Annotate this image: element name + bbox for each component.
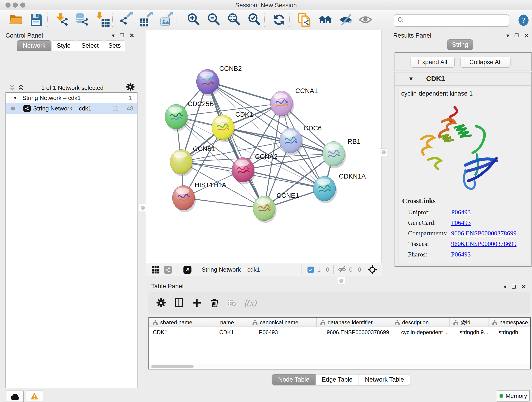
- search-box[interactable]: [394, 14, 509, 27]
- import-table-icon[interactable]: [95, 12, 110, 27]
- crosslink-value-link[interactable]: P06493: [451, 219, 471, 226]
- delete-column-icon[interactable]: [209, 298, 220, 308]
- crosslink-label: GeneCard:: [408, 219, 451, 226]
- table-cell[interactable]: 9606.ENSP00000378699: [323, 328, 391, 337]
- eye-icon[interactable]: [358, 12, 373, 27]
- tree-row-collection[interactable]: ▼ String Network – cdk1 1: [6, 93, 137, 103]
- column-header-name[interactable]: name: [209, 318, 249, 327]
- export-table-icon[interactable]: [139, 12, 154, 27]
- results-panel-float-icon[interactable]: ❒: [514, 33, 519, 39]
- network-node-CCNE1[interactable]: [253, 196, 277, 223]
- open-folder-icon[interactable]: [8, 12, 23, 27]
- network-thumbnail-icon[interactable]: [163, 265, 172, 274]
- table-panel-close-icon[interactable]: ✕: [521, 283, 526, 290]
- crosslink-value-link[interactable]: 9606.ENSP00000378699: [451, 230, 516, 237]
- show-columns-icon[interactable]: [174, 298, 184, 308]
- expand-all-button[interactable]: Expand All: [411, 57, 455, 68]
- toggle-visibility-icon[interactable]: [338, 12, 353, 27]
- zoom-fit-icon[interactable]: [227, 12, 241, 27]
- node-table[interactable]: shared name name canonical name database…: [148, 317, 531, 370]
- search-input[interactable]: [405, 17, 509, 25]
- cloud-button[interactable]: [6, 390, 24, 402]
- table-panel-menu-icon[interactable]: ▾: [504, 283, 507, 290]
- results-panel-menu-icon[interactable]: ▾: [506, 32, 509, 39]
- network-node-RB1[interactable]: [322, 141, 346, 168]
- column-header-description[interactable]: description: [391, 318, 450, 327]
- tab-sets[interactable]: Sets: [104, 40, 125, 51]
- network-tree: ▼ String Network – cdk1 1 String Network…: [6, 92, 138, 402]
- crosslink-row: Compartments: 9606.ENSP00000378699: [408, 228, 527, 239]
- vertical-splitter-handle-left[interactable]: [139, 204, 146, 211]
- grid-view-icon[interactable]: [151, 265, 160, 274]
- tree-network-label: String Network – cdk1: [33, 105, 91, 112]
- tab-edge-table[interactable]: Edge Table: [316, 374, 359, 385]
- zoom-out-icon[interactable]: [206, 12, 221, 27]
- table-options-gear-icon[interactable]: [156, 298, 166, 308]
- table-cell[interactable]: CDK1: [149, 328, 209, 337]
- crosslink-value-link[interactable]: P06493: [451, 209, 471, 216]
- network-node-CCNB1[interactable]: [170, 149, 194, 176]
- save-icon[interactable]: [29, 12, 44, 27]
- network-node-CCNB2[interactable]: [196, 69, 220, 96]
- control-panel-menu-icon[interactable]: ▾: [112, 32, 115, 39]
- network-node-HIST1H1A[interactable]: [172, 185, 196, 212]
- table-cell[interactable]: stringdb:9...: [456, 328, 488, 337]
- column-header-canonical-name[interactable]: canonical name: [249, 318, 317, 327]
- table-cell[interactable]: P06493: [255, 328, 317, 337]
- table-panel-float-icon[interactable]: ❒: [512, 284, 516, 290]
- crosslink-label: Tissues:: [408, 240, 451, 248]
- selected-items-checkbox-icon[interactable]: [307, 266, 315, 274]
- network-node-CCNA2[interactable]: [232, 157, 255, 184]
- crosslink-value-link[interactable]: P06493: [451, 251, 471, 258]
- tree-row-network[interactable]: String Network – cdk1 11 48: [6, 103, 137, 114]
- help-icon[interactable]: ?: [517, 14, 530, 27]
- network-canvas[interactable]: CCNB2CCNA1CDC25BCDK1CDC6RB1CCNB1CCNA2CDK…: [146, 30, 382, 263]
- column-header--id[interactable]: @id: [450, 318, 488, 327]
- tab-select[interactable]: Select: [76, 40, 104, 51]
- detach-view-icon[interactable]: [183, 265, 192, 274]
- tab-node-table[interactable]: Node Table: [272, 374, 316, 385]
- column-header-shared-name[interactable]: shared name: [149, 318, 209, 327]
- collapse-all-button[interactable]: Collapse All: [461, 57, 510, 68]
- export-network-icon[interactable]: [119, 12, 134, 27]
- network-edge[interactable]: [208, 82, 264, 208]
- table-horizontal-scrollbar[interactable]: [149, 364, 530, 369]
- results-panel-close-icon[interactable]: ✕: [524, 32, 529, 39]
- tab-network-table[interactable]: Network Table: [359, 374, 410, 385]
- warnings-button[interactable]: [26, 390, 43, 402]
- table-scrollbar-thumb[interactable]: [151, 365, 194, 368]
- table-cell[interactable]: CDK1: [215, 328, 249, 337]
- refresh-icon[interactable]: [272, 12, 286, 27]
- zoom-in-icon[interactable]: [186, 12, 201, 27]
- collapse-caret-icon[interactable]: ▼: [408, 76, 414, 82]
- gene-section-header[interactable]: ▼ CDK1: [395, 72, 531, 85]
- network-node-CCNA1[interactable]: [270, 91, 294, 118]
- network-graph[interactable]: CCNB2CCNA1CDC25BCDK1CDC6RB1CCNB1CCNA2CDK…: [146, 30, 381, 263]
- network-node-CDKN1A[interactable]: [313, 176, 337, 203]
- tab-network[interactable]: Network: [17, 40, 51, 51]
- hidden-items-eye-slash-icon[interactable]: [338, 265, 346, 274]
- status-bar: Memory: [0, 388, 532, 402]
- add-column-icon[interactable]: [191, 298, 202, 308]
- clone-network-icon[interactable]: [298, 12, 312, 27]
- birds-eye-view-icon[interactable]: [367, 264, 378, 275]
- column-header-namespace[interactable]: namespace: [488, 318, 530, 327]
- zoom-selected-icon[interactable]: [247, 12, 262, 27]
- export-image-icon[interactable]: [160, 12, 175, 27]
- home-icon[interactable]: [318, 12, 333, 27]
- memory-button[interactable]: Memory: [497, 390, 530, 402]
- network-options-gear-icon[interactable]: [126, 82, 135, 92]
- tab-string[interactable]: String: [447, 39, 473, 50]
- network-node-CDC25B[interactable]: [165, 104, 189, 131]
- table-cell[interactable]: stringdb: [495, 328, 530, 337]
- control-panel-close-icon[interactable]: ✕: [129, 32, 134, 39]
- table-cell[interactable]: cyclin-dependent ...: [398, 328, 450, 337]
- column-header-database-identifier[interactable]: database identifier: [317, 318, 391, 327]
- network-node-CDK1[interactable]: [212, 115, 235, 142]
- import-network-icon[interactable]: [54, 12, 69, 27]
- control-panel-float-icon[interactable]: ❒: [120, 33, 124, 39]
- tree-caret-icon[interactable]: ▼: [13, 95, 17, 101]
- crosslink-value-link[interactable]: 9606.ENSP00000378699: [451, 240, 516, 248]
- import-database-icon[interactable]: [75, 12, 89, 27]
- tab-style[interactable]: Style: [51, 40, 76, 51]
